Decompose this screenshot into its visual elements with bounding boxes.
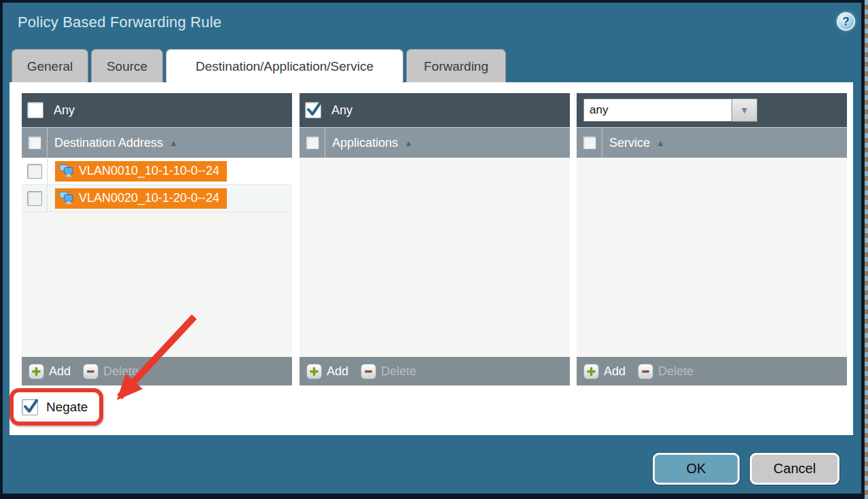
delete-label: Delete bbox=[658, 364, 693, 379]
minus-icon bbox=[638, 364, 653, 379]
network-address-icon bbox=[59, 192, 74, 205]
delete-button[interactable]: Delete bbox=[361, 364, 416, 379]
ok-button[interactable]: OK bbox=[653, 453, 740, 485]
add-label: Add bbox=[327, 364, 348, 379]
minus-icon bbox=[361, 364, 376, 379]
applications-column-header[interactable]: Applications ▲ bbox=[300, 127, 570, 158]
network-address-icon bbox=[59, 165, 74, 177]
help-icon[interactable]: ? bbox=[837, 12, 855, 31]
cancel-button[interactable]: Cancel bbox=[750, 453, 839, 485]
tab-forwarding[interactable]: Forwarding bbox=[406, 49, 506, 82]
add-button[interactable]: Add bbox=[306, 364, 348, 379]
tab-destination-application-service[interactable]: Destination/Application/Service bbox=[166, 49, 403, 83]
address-object-label: VLAN0020_10-1-20-0--24 bbox=[79, 191, 219, 205]
applications-any-checkbox[interactable] bbox=[305, 102, 321, 118]
tab-general[interactable]: General bbox=[12, 49, 88, 82]
service-dropdown-value[interactable]: any bbox=[583, 99, 732, 122]
destination-header-label: Destination Address bbox=[54, 136, 163, 150]
service-footer: Add Delete bbox=[577, 357, 847, 385]
delete-button[interactable]: Delete bbox=[83, 364, 139, 379]
delete-button[interactable]: Delete bbox=[638, 364, 693, 379]
destination-select-all-checkbox[interactable] bbox=[28, 136, 41, 150]
delete-label: Delete bbox=[103, 364, 139, 379]
sort-asc-icon[interactable]: ▲ bbox=[656, 138, 665, 148]
dialog-title: Policy Based Forwarding Rule bbox=[18, 14, 221, 31]
add-button[interactable]: Add bbox=[29, 364, 71, 379]
tab-content-panel: Any Destination Address ▲ bbox=[10, 82, 853, 435]
negate-label: Negate bbox=[46, 400, 88, 415]
service-select-all-checkbox[interactable] bbox=[583, 136, 596, 150]
service-dropdown-row: any ▼ bbox=[577, 93, 847, 127]
table-row[interactable]: VLAN0010_10-1-10-0--24 bbox=[22, 158, 292, 185]
applications-list bbox=[300, 158, 570, 357]
add-label: Add bbox=[604, 364, 626, 379]
sort-asc-icon[interactable]: ▲ bbox=[404, 138, 413, 148]
dialog-actions: OK Cancel bbox=[3, 451, 861, 491]
address-object-chip[interactable]: VLAN0020_10-1-20-0--24 bbox=[55, 188, 227, 209]
add-button[interactable]: Add bbox=[583, 364, 626, 379]
address-object-chip[interactable]: VLAN0010_10-1-10-0--24 bbox=[55, 161, 227, 182]
service-column-header[interactable]: Service ▲ bbox=[577, 127, 847, 158]
destination-column-header[interactable]: Destination Address ▲ bbox=[22, 127, 292, 158]
plus-icon bbox=[306, 364, 322, 379]
service-header-label: Service bbox=[609, 136, 650, 150]
negate-checkbox[interactable] bbox=[22, 399, 38, 415]
annotation-highlight-box: Negate bbox=[10, 388, 103, 426]
applications-any-label: Any bbox=[331, 103, 352, 118]
screen-edge-artifact bbox=[865, 0, 868, 499]
destination-any-row: Any bbox=[22, 93, 292, 127]
chevron-down-icon: ▼ bbox=[740, 105, 749, 116]
plus-icon bbox=[29, 364, 44, 379]
service-list bbox=[577, 158, 847, 357]
applications-footer: Add Delete bbox=[300, 357, 570, 385]
row-checkbox[interactable] bbox=[27, 164, 42, 179]
applications-any-row: Any bbox=[300, 93, 570, 127]
address-object-label: VLAN0010_10-1-10-0--24 bbox=[79, 164, 219, 178]
sort-asc-icon[interactable]: ▲ bbox=[169, 138, 178, 148]
destination-any-checkbox[interactable] bbox=[27, 102, 43, 118]
delete-label: Delete bbox=[381, 364, 416, 379]
table-row[interactable]: VLAN0020_10-1-20-0--24 bbox=[22, 185, 292, 212]
service-panel: any ▼ Service ▲ bbox=[577, 93, 847, 385]
applications-header-label: Applications bbox=[332, 136, 398, 150]
tab-bar: General Source Destination/Application/S… bbox=[12, 49, 506, 83]
destination-any-label: Any bbox=[54, 103, 75, 118]
dropdown-arrow-button[interactable]: ▼ bbox=[732, 99, 757, 122]
minus-icon bbox=[83, 364, 98, 379]
screen: Policy Based Forwarding Rule ? General S… bbox=[0, 0, 868, 499]
plus-icon bbox=[583, 364, 599, 379]
service-dropdown[interactable]: any ▼ bbox=[583, 99, 757, 122]
destination-address-panel: Any Destination Address ▲ bbox=[22, 93, 292, 385]
policy-based-forwarding-dialog: Policy Based Forwarding Rule ? General S… bbox=[3, 3, 861, 494]
tab-source[interactable]: Source bbox=[91, 49, 163, 82]
row-checkbox[interactable] bbox=[27, 191, 42, 206]
applications-select-all-checkbox[interactable] bbox=[306, 136, 319, 150]
add-label: Add bbox=[49, 364, 71, 379]
applications-panel: Any Applications ▲ Add bbox=[300, 93, 570, 385]
destination-footer: Add Delete bbox=[22, 357, 292, 385]
destination-list: VLAN0010_10-1-10-0--24 VLAN bbox=[22, 158, 292, 357]
